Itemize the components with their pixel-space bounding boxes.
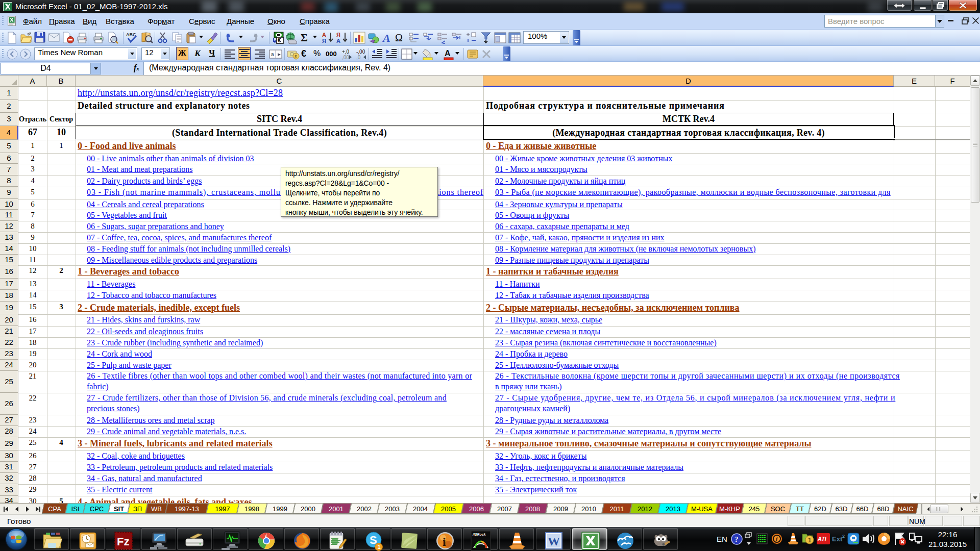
svg-text:Ext: Ext <box>832 535 843 543</box>
svg-text:Я: Я <box>336 32 340 38</box>
svg-text:Σ: Σ <box>301 32 308 43</box>
svg-text:,00: ,00 <box>342 55 349 60</box>
svg-text:,0: ,0 <box>356 55 361 60</box>
svg-text:€: € <box>278 37 281 44</box>
svg-text:/ISRock: /ISRock <box>472 533 486 536</box>
svg-text:1: 1 <box>378 544 381 550</box>
svg-text:Ω: Ω <box>395 32 403 43</box>
svg-text:Я: Я <box>322 38 326 44</box>
svg-text:+,0: +,0 <box>342 49 350 55</box>
svg-text:-,00: -,00 <box>356 49 365 55</box>
svg-text:2: 2 <box>842 534 845 539</box>
svg-text:a: a <box>271 52 274 57</box>
svg-text:i: i <box>443 535 446 548</box>
svg-text:A: A <box>382 32 390 44</box>
svg-text:?: ? <box>734 535 739 543</box>
svg-text:1: 1 <box>808 537 812 544</box>
svg-text:А: А <box>336 38 340 44</box>
svg-text:ATI: ATI <box>817 536 827 542</box>
svg-text:Fz: Fz <box>117 535 129 548</box>
svg-text:А: А <box>322 32 326 38</box>
svg-text:W: W <box>548 535 560 548</box>
svg-text:A: A <box>445 49 451 58</box>
svg-text:$: $ <box>295 54 297 59</box>
